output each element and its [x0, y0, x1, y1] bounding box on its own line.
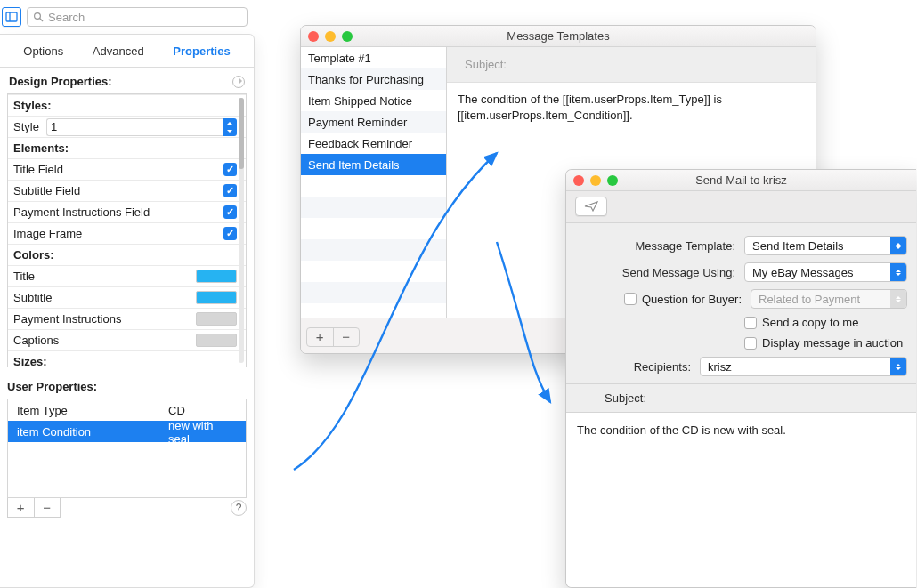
color-title-label: Title	[13, 270, 35, 283]
userprops-plusminus: + −	[7, 498, 61, 518]
scrollbar[interactable]	[239, 98, 244, 363]
paper-plane-icon	[584, 201, 598, 212]
userprop-key: Item Type	[17, 404, 168, 417]
send-using-select[interactable]: My eBay Messages	[744, 262, 907, 282]
title-field-checkbox[interactable]	[223, 163, 237, 176]
userprop-value: new with seal	[168, 419, 237, 446]
search-input[interactable]: Search	[27, 7, 248, 27]
svg-line-3	[40, 19, 43, 21]
question-label: Question for Buyer:	[642, 293, 742, 306]
send-using-label: Send Message Using:	[566, 266, 735, 279]
list-item[interactable]: Payment Reminder	[301, 111, 446, 133]
zoom-icon[interactable]	[342, 31, 353, 42]
send-button[interactable]	[575, 197, 607, 216]
color-payment-swatch[interactable]	[196, 312, 237, 326]
recipients-select[interactable]: krisz	[700, 357, 907, 376]
mail-body[interactable]: The condition of the CD is new with seal…	[566, 413, 916, 588]
panel-toolbar: Search	[0, 0, 255, 34]
minimize-icon[interactable]	[325, 31, 336, 42]
window-title: Message Templates	[301, 29, 816, 43]
help-icon[interactable]: ?	[231, 500, 247, 516]
svg-rect-0	[6, 12, 17, 21]
group-colors: Colors:	[13, 248, 54, 262]
question-checkbox[interactable]	[624, 293, 637, 305]
list-item[interactable]: Thanks for Purchasing	[301, 68, 446, 90]
subtitle-field-label: Subtitle Field	[13, 184, 80, 197]
group-sizes: Sizes:	[13, 355, 47, 368]
mail-form: Message Template: Send Item Details Send…	[566, 223, 916, 384]
image-frame-checkbox[interactable]	[223, 227, 237, 240]
add-button[interactable]: +	[8, 498, 34, 517]
remove-button[interactable]: −	[333, 328, 360, 346]
color-title-swatch[interactable]	[196, 270, 237, 283]
display-label: Display message in auction	[762, 336, 903, 350]
style-value: 1	[46, 118, 223, 136]
view-toggle-icon[interactable]	[2, 7, 21, 27]
subject-label: Subject:	[465, 58, 507, 71]
close-icon[interactable]	[573, 175, 584, 186]
remove-button[interactable]: −	[34, 498, 61, 517]
send-mail-window: Send Mail to krisz Message Template: Sen…	[565, 169, 916, 588]
window-title: Send Mail to krisz	[566, 173, 916, 187]
refresh-icon[interactable]	[232, 76, 245, 88]
style-stepper[interactable]: 1	[46, 118, 237, 136]
tab-options[interactable]: Options	[23, 44, 63, 58]
subject-label: Subject:	[566, 391, 646, 405]
recipients-label: Recipients:	[566, 360, 691, 374]
subtitle-field-checkbox[interactable]	[223, 184, 237, 197]
user-properties: User Properties: Item Type CD item Condi…	[7, 376, 247, 518]
titlebar[interactable]: Send Mail to krisz	[566, 170, 916, 191]
search-icon	[33, 12, 44, 22]
copy-checkbox[interactable]	[744, 317, 757, 329]
panel-tabs: Options Advanced Properties	[0, 35, 254, 68]
display-checkbox[interactable]	[744, 337, 757, 350]
list-item[interactable]: Template #1	[301, 47, 446, 68]
color-subtitle-swatch[interactable]	[196, 291, 237, 304]
design-properties-header: Design Properties:	[0, 68, 254, 93]
list-item[interactable]: Item Shipped Notice	[301, 90, 446, 111]
payment-instructions-field-label: Payment Instructions Field	[13, 205, 150, 219]
color-subtitle-label: Subtitle	[13, 291, 52, 304]
add-button[interactable]: +	[307, 328, 333, 346]
close-icon[interactable]	[308, 31, 319, 42]
template-list[interactable]: Template #1 Thanks for Purchasing Item S…	[301, 47, 447, 318]
group-elements: Elements:	[13, 141, 69, 155]
table-row[interactable]: Item Type CD	[8, 399, 246, 421]
userprop-key: item Condition	[17, 425, 168, 439]
style-label: Style	[13, 120, 39, 133]
title-field-label: Title Field	[13, 163, 63, 176]
template-select[interactable]: Send Item Details	[744, 236, 907, 255]
titlebar[interactable]: Message Templates	[301, 26, 816, 47]
list-item[interactable]: Feedback Reminder	[301, 133, 446, 154]
question-select: Related to Payment	[751, 289, 907, 309]
minimize-icon[interactable]	[590, 175, 601, 186]
properties-panel: Options Advanced Properties Design Prope…	[0, 34, 255, 588]
search-placeholder: Search	[48, 11, 85, 24]
table-row[interactable]: item Condition new with seal	[8, 421, 246, 442]
image-frame-label: Image Frame	[13, 227, 82, 240]
design-properties-label: Design Properties:	[9, 75, 112, 88]
color-captions-label: Captions	[13, 334, 59, 347]
userprop-value: CD	[168, 404, 185, 417]
color-payment-label: Payment Instructions	[13, 312, 121, 326]
design-properties-list: Styles: Style 1 Elements: Title Field Su…	[7, 93, 247, 367]
user-properties-list[interactable]: Item Type CD item Condition new with sea…	[7, 399, 247, 498]
tab-properties[interactable]: Properties	[173, 44, 230, 58]
tab-advanced[interactable]: Advanced	[93, 44, 144, 58]
payment-instructions-field-checkbox[interactable]	[223, 205, 237, 219]
svg-point-2	[35, 13, 41, 20]
group-styles: Styles:	[13, 99, 52, 112]
zoom-icon[interactable]	[607, 175, 618, 186]
list-item[interactable]: Send Item Details	[301, 154, 446, 175]
template-label: Message Template:	[566, 239, 735, 253]
templates-plusminus: + −	[306, 327, 360, 347]
copy-label: Send a copy to me	[762, 316, 858, 329]
user-properties-label: User Properties:	[7, 380, 97, 393]
color-captions-swatch[interactable]	[196, 334, 237, 347]
